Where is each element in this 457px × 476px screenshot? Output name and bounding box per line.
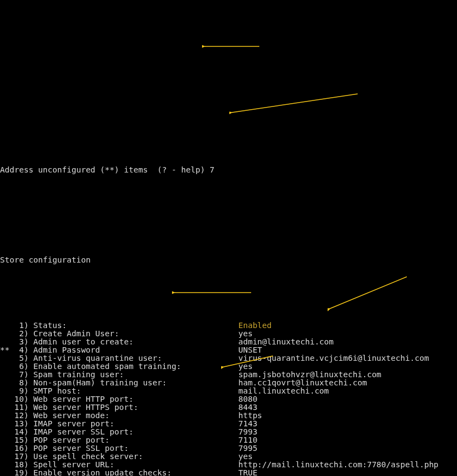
menu-number: 2) [9, 330, 28, 338]
menu-label: Spell server URL: [28, 461, 238, 469]
menu-label: Enable automated spam training: [28, 362, 238, 371]
menu-number: 3) [9, 338, 28, 346]
menu-number: 1) [9, 322, 28, 330]
menu-number: 15) [9, 436, 28, 444]
menu-item-16[interactable]: 16) POP server SSL port: 7995 [0, 444, 457, 453]
menu-value: 7143 [238, 420, 257, 428]
arrow-annotation-prompt1 [202, 42, 262, 51]
menu-number: 19) [9, 469, 28, 476]
menu-item-11[interactable]: 11) Web server HTTPS port: 8443 [0, 403, 457, 412]
menu-label: Non-spam(Ham) training user: [28, 379, 238, 387]
prompt-input: 7 [210, 165, 215, 174]
menu-value: 8443 [238, 403, 257, 412]
menu-item-12[interactable]: 12) Web server mode: https [0, 412, 457, 420]
section-title-store-config-1: Store configuration [0, 256, 457, 264]
menu-label: Web server HTTP port: [28, 395, 238, 403]
menu-label: POP server SSL port: [28, 444, 238, 453]
menu-number: 7) [9, 371, 28, 379]
menu-label: Enable version update checks: [28, 469, 238, 476]
menu-number: 17) [9, 453, 28, 461]
unconfigured-marker [0, 330, 9, 338]
menu-value: yes [238, 362, 252, 371]
unconfigured-marker [0, 395, 9, 403]
unconfigured-marker [0, 403, 9, 412]
prompt-address-unconfigured[interactable]: Address unconfigured (**) items (? - hel… [0, 166, 457, 174]
arrow-annotation-unset [229, 93, 360, 115]
menu-number: 11) [9, 403, 28, 412]
menu-item-9[interactable]: 9) SMTP host: mail.linuxtechi.com [0, 387, 457, 395]
unconfigured-marker [0, 338, 9, 346]
menu-number: 16) [9, 444, 28, 453]
menu-value: ham.cc1qovrt@linuxtechi.com [238, 379, 367, 387]
menu-item-15[interactable]: 15) POP server port: 7110 [0, 436, 457, 444]
menu-number: 9) [9, 387, 28, 395]
menu-value: 7993 [238, 428, 257, 436]
menu-value: yes [238, 453, 252, 461]
menu-value: yes [238, 330, 252, 338]
menu-item-10[interactable]: 10) Web server HTTP port: 8080 [0, 395, 457, 403]
menu-item-14[interactable]: 14) IMAP server SSL port: 7993 [0, 428, 457, 436]
menu-number: 4) [9, 346, 28, 354]
menu-label: IMAP server SSL port: [28, 428, 238, 436]
unconfigured-marker [0, 444, 9, 453]
menu-item-18[interactable]: 18) Spell server URL: http://mail.linuxt… [0, 461, 457, 469]
menu-item-7[interactable]: 7) Spam training user: spam.jsbotohvzr@l… [0, 371, 457, 379]
unconfigured-marker [0, 371, 9, 379]
menu-item-2[interactable]: 2) Create Admin User: yes [0, 330, 457, 338]
menu-label: IMAP server port: [28, 420, 238, 428]
menu-item-5[interactable]: 5) Anti-virus quarantine user: virus-qua… [0, 354, 457, 362]
unconfigured-marker [0, 461, 9, 469]
unconfigured-marker [0, 354, 9, 362]
menu-label: Anti-virus quarantine user: [28, 354, 238, 362]
menu-item-3[interactable]: 3) Admin user to create: admin@linuxtech… [0, 338, 457, 346]
menu-number: 10) [9, 395, 28, 403]
menu-number: 12) [9, 412, 28, 420]
menu-value: admin@linuxtechi.com [238, 338, 334, 346]
menu-value: Enabled [238, 322, 271, 330]
menu-label: Admin user to create: [28, 338, 238, 346]
menu-value: UNSET [238, 346, 262, 354]
unconfigured-marker [0, 469, 9, 476]
unconfigured-marker [0, 362, 9, 371]
terminal[interactable]: Address unconfigured (**) items (? - hel… [0, 41, 457, 476]
menu-value: TRUE [238, 469, 257, 476]
unconfigured-marker [0, 428, 9, 436]
menu-value: 8080 [238, 395, 257, 403]
menu-item-4[interactable]: ** 4) Admin Password UNSET [0, 346, 457, 354]
menu-label: Admin Password [28, 346, 238, 354]
menu-number: 14) [9, 428, 28, 436]
menu-value: mail.linuxtechi.com [238, 387, 329, 395]
unconfigured-marker [0, 322, 9, 330]
unconfigured-marker [0, 436, 9, 444]
menu-label: Create Admin User: [28, 330, 238, 338]
menu-item-1[interactable]: 1) Status: Enabled [0, 322, 457, 330]
menu-label: Web server HTTPS port: [28, 403, 238, 412]
menu-value: 7995 [238, 444, 257, 453]
menu-item-17[interactable]: 17) Use spell check server: yes [0, 453, 457, 461]
unconfigured-marker [0, 453, 9, 461]
menu-label: Web server mode: [28, 412, 238, 420]
menu-number: 8) [9, 379, 28, 387]
menu-label: Status: [28, 322, 238, 330]
menu-item-19[interactable]: 19) Enable version update checks: TRUE [0, 469, 457, 476]
unconfigured-marker [0, 387, 9, 395]
menu-value: 7110 [238, 436, 257, 444]
menu-item-8[interactable]: 8) Non-spam(Ham) training user: ham.cc1q… [0, 379, 457, 387]
menu-number: 6) [9, 362, 28, 371]
menu-value: http://mail.linuxtechi.com:7780/aspell.p… [238, 461, 438, 469]
menu-number: 18) [9, 461, 28, 469]
arrow-annotation-prompt2 [172, 288, 254, 297]
unconfigured-marker [0, 412, 9, 420]
menu-value: virus-quarantine.vcjcim6i@linuxtechi.com [238, 354, 429, 362]
menu-value: https [238, 412, 262, 420]
unconfigured-marker [0, 420, 9, 428]
menu-value: spam.jsbotohvzr@linuxtechi.com [238, 371, 381, 379]
menu-item-6[interactable]: 6) Enable automated spam training: yes [0, 362, 457, 371]
unconfigured-marker [0, 379, 9, 387]
menu-label: SMTP host: [28, 387, 238, 395]
menu-label: Use spell check server: [28, 453, 238, 461]
menu-item-13[interactable]: 13) IMAP server port: 7143 [0, 420, 457, 428]
menu-label: POP server port: [28, 436, 238, 444]
svg-line-1 [232, 94, 358, 112]
menu-label: Spam training user: [28, 371, 238, 379]
